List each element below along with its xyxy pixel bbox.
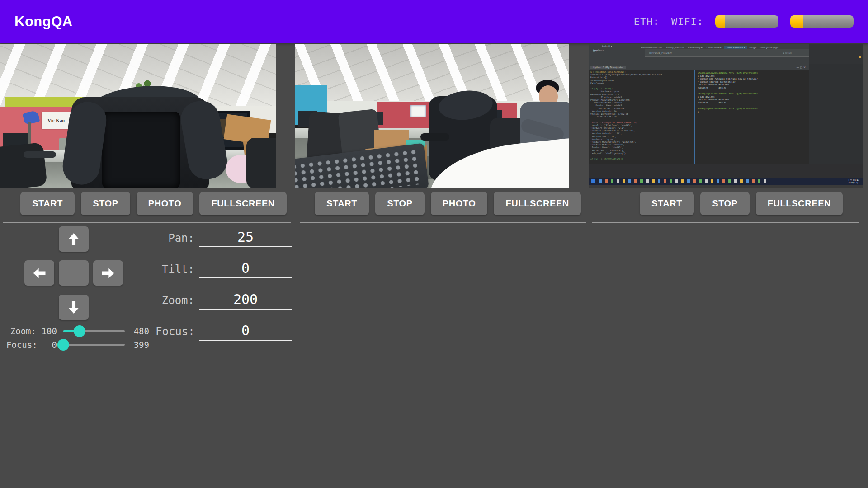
camera-3-stop-button[interactable]: STOP — [700, 192, 750, 215]
name-sign: Vic Kao — [42, 112, 71, 129]
camera-2-button-row: START STOP PHOTO FULLSCREEN — [315, 192, 581, 215]
network-status: ETH: WIFI: — [634, 15, 854, 28]
camera-3-start-button[interactable]: START — [640, 192, 694, 215]
arrow-down-icon — [68, 300, 80, 315]
zoom-slider-label: Zoom: — [6, 326, 36, 336]
left-chair — [0, 142, 47, 188]
focus-slider-row: Focus: 0 399 — [6, 338, 149, 352]
start-button-icon — [591, 179, 595, 183]
poster — [410, 105, 426, 117]
window-control-icons: — ▢ ✕ — [796, 66, 806, 69]
console-title-tab: IPython: G:\My Drive\codes — [590, 66, 626, 69]
desktop-area — [809, 64, 863, 164]
camera-1-feed: Vic Kao — [0, 44, 276, 188]
eth-progress-bar — [715, 15, 778, 28]
panel-3-divider — [592, 222, 859, 223]
ide-project-tree: appmanifestsjava — [589, 49, 643, 63]
camera-3-fullscreen-button[interactable]: FULLSCREEN — [756, 192, 843, 215]
ide-search-bar: TEMPLATE_PREVIEW 1 result — [645, 49, 810, 57]
chair-armrest — [420, 133, 449, 141]
tilt-input[interactable] — [199, 260, 292, 278]
camera-2-start-button[interactable]: START — [315, 192, 369, 215]
eth-label: ETH: — [634, 16, 660, 27]
camera-1-fullscreen-button[interactable]: FULLSCREEN — [199, 192, 286, 215]
camera-1-stop-button[interactable]: STOP — [81, 192, 130, 215]
camera-2-photo-button[interactable]: PHOTO — [431, 192, 488, 215]
taskbar-date: 2020/12/2 — [848, 182, 859, 184]
cam3-console-right: ahuang11@662289346NB001 MSYS /g/My Drive… — [698, 72, 809, 164]
camera-1-button-row: START STOP PHOTO FULLSCREEN — [20, 192, 287, 215]
camera-2-stop-button[interactable]: STOP — [375, 192, 425, 215]
console-split-divider — [694, 70, 695, 164]
right-chair — [246, 138, 276, 188]
pan-input-label: Pan: — [156, 232, 194, 247]
camera-2-fullscreen-button[interactable]: FULLSCREEN — [494, 192, 580, 215]
panel-2-divider — [300, 222, 586, 223]
wifi-label: WIFI: — [671, 16, 703, 27]
pan-input-row: Pan: — [156, 227, 292, 247]
taskbar: 下午 04:13 2020/12/2 — [589, 178, 863, 185]
focus-slider-max: 399 — [128, 340, 149, 350]
tilt-down-button[interactable] — [59, 295, 89, 320]
app-title: KongQA — [14, 14, 73, 30]
tilt-input-row: Tilt: — [156, 258, 292, 278]
camera-1-photo-button[interactable]: PHOTO — [137, 192, 193, 215]
zoom-input[interactable] — [199, 291, 292, 310]
wifi-progress-bar — [790, 15, 854, 28]
desktop-strip — [589, 164, 863, 178]
panel-1-divider — [3, 222, 291, 223]
ide-right-gutter — [809, 44, 863, 64]
ide-project-selector: Android ▾ — [602, 45, 612, 47]
focus-input-label: Focus: — [156, 325, 194, 341]
focus-slider-min: 0 — [36, 340, 57, 350]
ide-search-result: 1 result — [783, 52, 792, 54]
cam3-console-left: k = RobotRun.kong.KongADB()ADBCmd = C:\E… — [590, 71, 693, 164]
zoom-slider-max: 480 — [128, 326, 149, 336]
tilt-input-label: Tilt: — [156, 263, 194, 278]
pan-left-button[interactable] — [24, 260, 54, 286]
gutter-mark — [859, 56, 861, 58]
zoom-slider-row: Zoom: 100 480 — [6, 324, 149, 338]
pan-right-button[interactable] — [93, 260, 123, 286]
chair-armrest — [24, 151, 56, 158]
ptz-center-button[interactable] — [59, 260, 89, 286]
focus-input-row: Focus: — [156, 321, 292, 341]
camera-3-button-row: START STOP FULLSCREEN — [640, 192, 843, 215]
zoom-input-label: Zoom: — [156, 294, 194, 310]
focus-slider-label: Focus: — [6, 340, 36, 350]
camera-1-start-button[interactable]: START — [20, 192, 75, 215]
pan-up-button[interactable] — [59, 226, 89, 252]
wifi-progress-fill — [790, 15, 803, 28]
screen-bottom-strip — [589, 185, 863, 188]
focus-slider-thumb[interactable] — [57, 339, 69, 351]
name-sign-text: Vic Kao — [47, 117, 65, 123]
taskbar-icons — [599, 179, 766, 183]
zoom-slider-min: 100 — [36, 326, 57, 336]
arrow-up-icon — [68, 231, 80, 247]
chair-mesh — [102, 112, 180, 188]
focus-input[interactable] — [199, 323, 292, 341]
taskbar-clock: 下午 04:13 2020/12/2 — [848, 179, 859, 184]
app-header: KongQA ETH: WIFI: — [0, 0, 868, 43]
ide-search-text: TEMPLATE_PREVIEW — [649, 52, 672, 54]
focus-slider-track[interactable] — [63, 344, 125, 346]
camera-3-feed: Android ▾ AndroidManifest.xmlactivity_ma… — [589, 44, 863, 188]
pan-input[interactable] — [199, 229, 292, 247]
arrow-left-icon — [32, 267, 47, 279]
eth-progress-fill — [715, 15, 725, 28]
zoom-slider-thumb[interactable] — [74, 325, 85, 337]
zoom-slider-track[interactable] — [63, 330, 125, 332]
camera-2-feed — [295, 44, 569, 188]
console-titlebar: IPython: G:\My Drive\codes — ▢ ✕ — [589, 64, 809, 70]
zoom-input-row: Zoom: — [156, 290, 292, 310]
arrow-right-icon — [100, 267, 116, 279]
